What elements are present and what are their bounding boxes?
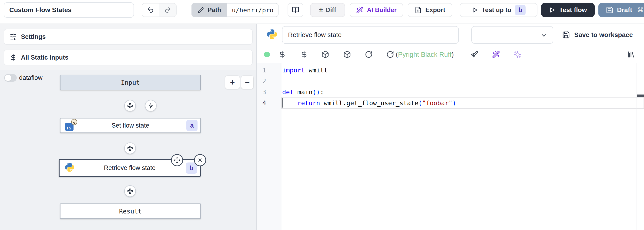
node-result[interactable]: Result: [60, 203, 201, 219]
draft-save-button[interactable]: Draft ⌘S: [598, 3, 644, 17]
resource-picker-button[interactable]: [300, 51, 308, 58]
ai-builder-label: AI Builder: [367, 7, 397, 14]
status-dot: [263, 51, 271, 58]
play-icon: [549, 7, 555, 13]
code-assistants-label[interactable]: (Pyright Black Ruff): [396, 51, 454, 58]
all-static-inputs-label: All Static Inputs: [21, 54, 68, 61]
move-icon: [174, 157, 180, 163]
node-set-flow-state[interactable]: TS Set flow state a: [60, 118, 201, 133]
dataflow-label: dataflow: [19, 74, 42, 82]
step-select-dropdown[interactable]: [471, 26, 553, 44]
ai-assist-button[interactable]: [492, 51, 500, 58]
editor-toolbar: (Pyright Black Ruff): [257, 46, 644, 63]
undo-button[interactable]: [142, 4, 159, 17]
undo-icon: [147, 7, 154, 14]
node-input[interactable]: Input: [60, 75, 201, 90]
step-editor-panel: Save to workspace: [257, 24, 644, 230]
test-up-to-label: Test up to: [482, 7, 512, 14]
flow-graph-canvas[interactable]: dataflow + − Input TS: [0, 70, 256, 230]
diff-button[interactable]: ± Diff: [310, 3, 345, 17]
node-set-flow-state-label: Set flow state: [112, 122, 149, 129]
test-flow-label: Test flow: [559, 6, 587, 14]
docs-button[interactable]: [288, 3, 304, 17]
draft-shortcut: ⌘S: [637, 6, 644, 14]
rotate-cw-icon: [386, 51, 394, 58]
package-button[interactable]: [321, 51, 329, 58]
dataflow-toggle[interactable]: [4, 74, 17, 82]
code-line: def main():: [282, 87, 324, 98]
variable-picker-button[interactable]: [278, 51, 286, 58]
insert-step-button[interactable]: [124, 100, 136, 112]
export-file-icon: [414, 7, 422, 14]
package-icon: [343, 51, 351, 58]
code-editor[interactable]: 1234 import wmilldef main(): return wmil…: [257, 63, 644, 230]
draft-label: Draft: [617, 6, 632, 14]
pencil-icon: [198, 7, 204, 13]
dollar-icon: [300, 51, 308, 58]
package-icon: [321, 51, 329, 58]
insert-step-button[interactable]: [124, 142, 136, 154]
node-retrieve-flow-state-label: Retrieve flow state: [104, 164, 156, 172]
book-open-icon: [292, 6, 299, 14]
node-badge-a: a: [186, 120, 198, 131]
path-control: Path u/henri/pro: [192, 3, 278, 17]
library-button[interactable]: [627, 51, 635, 58]
reload-button[interactable]: [365, 51, 373, 58]
plus-icon: [127, 102, 133, 109]
wand-sparkles-icon: [356, 7, 363, 14]
rotate-cw-icon: [365, 51, 373, 58]
editor-scrollbar[interactable]: [636, 63, 637, 230]
save-to-workspace-label: Save to workspace: [574, 31, 633, 39]
plus-minus-icon: ±: [319, 6, 323, 14]
test-flow-button[interactable]: Test flow: [541, 3, 595, 17]
code-line: return wmill.get_flow_user_state("foobar…: [282, 98, 456, 108]
play-icon: [472, 7, 478, 13]
delete-node-button[interactable]: [194, 154, 206, 166]
bun-typescript-icon: TS: [65, 120, 78, 131]
move-node-handle[interactable]: [171, 154, 183, 166]
redo-button[interactable]: [159, 4, 176, 17]
format-button[interactable]: [471, 51, 478, 58]
step-name-input[interactable]: [282, 26, 459, 44]
dollar-icon: [278, 51, 286, 58]
zoom-out-button[interactable]: −: [241, 76, 253, 89]
line-number: 4: [257, 98, 266, 108]
redo-icon: [164, 7, 171, 14]
save-icon: [562, 31, 570, 39]
ai-sparkles-button[interactable]: [514, 51, 522, 58]
insert-step-button[interactable]: [124, 185, 136, 197]
wand-sparkles-icon: [492, 51, 500, 58]
line-number: 2: [257, 76, 266, 87]
save-to-workspace-button[interactable]: Save to workspace: [562, 26, 633, 44]
code-line: import wmill: [282, 65, 328, 76]
toggle-knob: [5, 75, 11, 81]
line-number: 3: [257, 87, 266, 98]
settings-item[interactable]: Settings: [4, 29, 253, 45]
chevron-down-icon: [540, 32, 548, 39]
zap-icon: [148, 103, 154, 109]
path-value[interactable]: u/henri/pro: [227, 3, 279, 17]
text-cursor: [282, 98, 283, 108]
reload-button[interactable]: [386, 51, 394, 58]
sliders-icon: [10, 33, 17, 40]
node-result-label: Result: [119, 208, 142, 215]
export-label: Export: [425, 7, 445, 14]
diff-label: Diff: [326, 7, 336, 14]
undo-redo-group: [142, 3, 176, 17]
plus-icon: [127, 145, 133, 152]
zoom-in-button[interactable]: +: [225, 76, 240, 89]
path-button[interactable]: Path: [192, 3, 227, 17]
python-icon: [267, 29, 277, 41]
test-up-to-button[interactable]: Test up to b: [460, 3, 538, 17]
top-toolbar: Path u/henri/pro ± Diff AI Builder Expor…: [0, 0, 644, 24]
sparkles-icon: [514, 51, 522, 58]
flow-name-input[interactable]: [4, 2, 134, 18]
editor-gutter: 1234: [257, 63, 282, 230]
export-button[interactable]: Export: [408, 3, 452, 17]
trigger-step-button[interactable]: [145, 100, 156, 112]
python-icon: [65, 162, 74, 174]
all-static-inputs-item[interactable]: All Static Inputs: [4, 50, 253, 65]
ai-builder-button[interactable]: AI Builder: [350, 3, 403, 17]
package-button[interactable]: [343, 51, 351, 58]
windmill-flow-editor: Path u/henri/pro ± Diff AI Builder Expor…: [0, 0, 644, 230]
